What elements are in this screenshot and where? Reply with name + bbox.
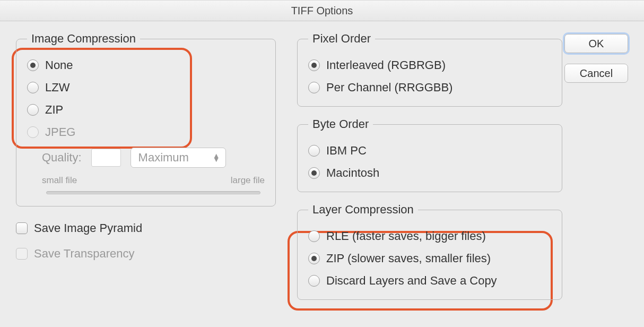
radio-row-perchannel[interactable]: Per Channel (RRGGBB): [308, 81, 551, 94]
slider-label-large: large file: [231, 175, 265, 186]
radio-row-discard[interactable]: Discard Layers and Save a Copy: [308, 274, 551, 288]
radio-label-discard: Discard Layers and Save a Copy: [326, 274, 497, 288]
radio-label-zip: ZIP: [45, 103, 63, 117]
quality-preset-value: Maximum: [138, 151, 189, 165]
radio-mac[interactable]: [308, 167, 320, 179]
legend-pixel-order: Pixel Order: [308, 32, 375, 46]
quality-label: Quality:: [42, 151, 82, 165]
check-label-pyramid: Save Image Pyramid: [34, 221, 142, 235]
radio-none[interactable]: [27, 59, 39, 71]
radio-row-jpeg: JPEG: [27, 125, 265, 139]
checkbox-save-transparency: [16, 248, 28, 260]
legend-byte-order: Byte Order: [308, 117, 373, 131]
radio-ibm[interactable]: [308, 145, 320, 157]
radio-label-rle: RLE (faster saves, bigger files): [326, 229, 486, 243]
slider-track: [46, 191, 260, 194]
radio-label-jpeg: JPEG: [45, 125, 75, 139]
radio-lzw[interactable]: [27, 82, 39, 93]
radio-zip[interactable]: [27, 104, 39, 116]
quality-slider: small file large file: [42, 175, 265, 194]
group-image-compression: Image Compression None LZW ZIP JPEG: [16, 32, 276, 206]
legend-layer-compression: Layer Compression: [308, 203, 418, 217]
slider-label-small: small file: [42, 175, 77, 186]
radio-interleaved[interactable]: [308, 59, 320, 71]
radio-jpeg: [27, 126, 39, 138]
tiff-options-dialog: TIFF Options Image Compression None LZW …: [0, 0, 644, 327]
radio-discard[interactable]: [308, 275, 320, 287]
middle-column: Pixel Order Interleaved (RGBRGB) Per Cha…: [297, 32, 562, 311]
radio-label-none: None: [45, 58, 73, 72]
radio-label-interleaved: Interleaved (RGBRGB): [326, 58, 446, 72]
quality-row: Quality: Maximum ▲▼: [42, 148, 265, 168]
radio-layer-zip[interactable]: [308, 253, 320, 264]
group-pixel-order: Pixel Order Interleaved (RGBRGB) Per Cha…: [297, 32, 562, 107]
check-label-transparency: Save Transparency: [34, 247, 135, 261]
radio-row-interleaved[interactable]: Interleaved (RGBRGB): [308, 58, 551, 72]
radio-label-ibm: IBM PC: [326, 144, 367, 158]
legend-image-compression: Image Compression: [27, 32, 140, 46]
radio-row-ibm[interactable]: IBM PC: [308, 144, 551, 158]
ok-button[interactable]: OK: [564, 34, 628, 53]
group-byte-order: Byte Order IBM PC Macintosh: [297, 117, 562, 192]
radio-rle[interactable]: [308, 230, 320, 242]
quality-preset-select: Maximum ▲▼: [130, 148, 226, 168]
quality-field: [91, 149, 121, 167]
left-column: Image Compression None LZW ZIP JPEG: [16, 32, 276, 263]
group-layer-compression: Layer Compression RLE (faster saves, big…: [297, 203, 562, 300]
radio-label-layer-zip: ZIP (slower saves, smaller files): [326, 252, 491, 265]
right-column: OK Cancel: [562, 32, 628, 93]
check-row-pyramid[interactable]: Save Image Pyramid: [16, 221, 276, 235]
radio-label-mac: Macintosh: [326, 166, 379, 180]
radio-label-perchannel: Per Channel (RRGGBB): [326, 81, 452, 94]
check-row-transparency: Save Transparency: [16, 247, 276, 261]
radio-row-zip[interactable]: ZIP: [27, 103, 265, 117]
radio-row-lzw[interactable]: LZW: [27, 81, 265, 94]
radio-row-none[interactable]: None: [27, 58, 265, 72]
radio-row-rle[interactable]: RLE (faster saves, bigger files): [308, 229, 551, 243]
checkbox-save-image-pyramid[interactable]: [16, 222, 28, 234]
radio-label-lzw: LZW: [45, 81, 69, 94]
radio-row-layer-zip[interactable]: ZIP (slower saves, smaller files): [308, 252, 551, 265]
dialog-content: Image Compression None LZW ZIP JPEG: [0, 21, 644, 321]
radio-row-mac[interactable]: Macintosh: [308, 166, 551, 180]
dialog-title: TIFF Options: [0, 0, 644, 21]
radio-perchannel[interactable]: [308, 82, 320, 93]
cancel-button[interactable]: Cancel: [564, 64, 628, 83]
chevron-updown-icon: ▲▼: [213, 154, 220, 161]
